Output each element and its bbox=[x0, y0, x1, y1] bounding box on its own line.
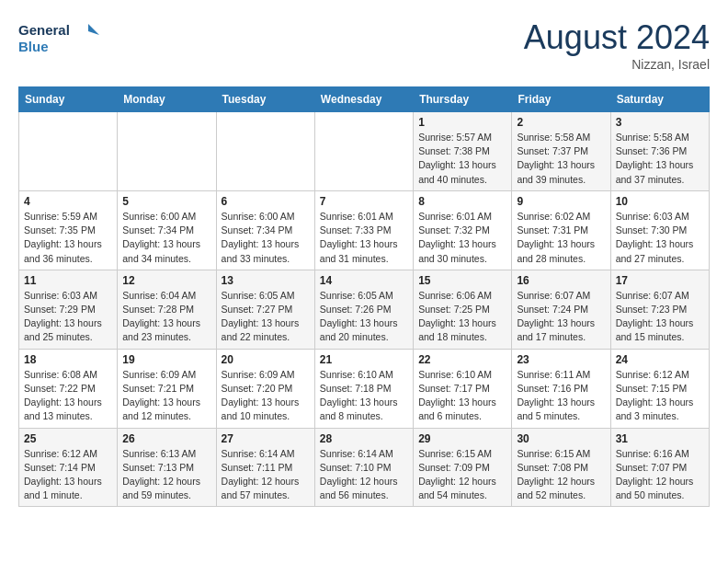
day-info: Sunrise: 6:01 AMSunset: 7:32 PMDaylight:… bbox=[418, 210, 506, 266]
day-cell-1: 1Sunrise: 5:57 AMSunset: 7:38 PMDaylight… bbox=[414, 112, 512, 191]
day-number: 11 bbox=[24, 274, 112, 287]
day-info: Sunrise: 6:05 AMSunset: 7:27 PMDaylight:… bbox=[222, 289, 310, 345]
day-cell-30: 30Sunrise: 6:15 AMSunset: 7:08 PMDayligh… bbox=[512, 428, 610, 507]
day-cell-13: 13Sunrise: 6:05 AMSunset: 7:27 PMDayligh… bbox=[216, 270, 314, 349]
day-info: Sunrise: 5:58 AMSunset: 7:37 PMDaylight:… bbox=[517, 131, 605, 187]
day-cell-28: 28Sunrise: 6:14 AMSunset: 7:10 PMDayligh… bbox=[314, 428, 413, 507]
day-cell-23: 23Sunrise: 6:11 AMSunset: 7:16 PMDayligh… bbox=[512, 349, 610, 428]
day-info: Sunrise: 6:13 AMSunset: 7:13 PMDaylight:… bbox=[122, 447, 210, 503]
day-number: 27 bbox=[222, 432, 310, 445]
day-number: 18 bbox=[24, 353, 112, 366]
week-row-1: 1Sunrise: 5:57 AMSunset: 7:38 PMDaylight… bbox=[19, 112, 710, 191]
title-block: August 2024 Nizzan, Israel bbox=[524, 18, 710, 72]
day-number: 24 bbox=[616, 353, 704, 366]
day-number: 29 bbox=[418, 432, 506, 445]
day-number: 26 bbox=[122, 432, 210, 445]
day-cell-14: 14Sunrise: 6:05 AMSunset: 7:26 PMDayligh… bbox=[314, 270, 413, 349]
day-cell-16: 16Sunrise: 6:07 AMSunset: 7:24 PMDayligh… bbox=[512, 270, 610, 349]
month-title: August 2024 bbox=[524, 18, 710, 57]
calendar-table: SundayMondayTuesdayWednesdayThursdayFrid… bbox=[18, 86, 710, 507]
day-cell-18: 18Sunrise: 6:08 AMSunset: 7:22 PMDayligh… bbox=[19, 349, 118, 428]
day-number: 15 bbox=[418, 274, 506, 287]
day-info: Sunrise: 5:58 AMSunset: 7:36 PMDaylight:… bbox=[616, 131, 704, 187]
weekday-header-sunday: Sunday bbox=[19, 87, 118, 112]
day-cell-25: 25Sunrise: 6:12 AMSunset: 7:14 PMDayligh… bbox=[19, 428, 118, 507]
svg-text:Blue: Blue bbox=[18, 39, 49, 54]
day-cell-17: 17Sunrise: 6:07 AMSunset: 7:23 PMDayligh… bbox=[610, 270, 709, 349]
weekday-header-row: SundayMondayTuesdayWednesdayThursdayFrid… bbox=[19, 87, 710, 112]
day-number: 4 bbox=[24, 195, 112, 208]
day-number: 28 bbox=[320, 432, 408, 445]
day-info: Sunrise: 6:15 AMSunset: 7:09 PMDaylight:… bbox=[418, 447, 506, 503]
empty-cell bbox=[19, 112, 118, 191]
day-cell-29: 29Sunrise: 6:15 AMSunset: 7:09 PMDayligh… bbox=[414, 428, 512, 507]
week-row-3: 11Sunrise: 6:03 AMSunset: 7:29 PMDayligh… bbox=[19, 270, 710, 349]
day-cell-22: 22Sunrise: 6:10 AMSunset: 7:17 PMDayligh… bbox=[414, 349, 512, 428]
week-row-4: 18Sunrise: 6:08 AMSunset: 7:22 PMDayligh… bbox=[19, 349, 710, 428]
day-info: Sunrise: 6:04 AMSunset: 7:28 PMDaylight:… bbox=[122, 289, 210, 345]
day-number: 8 bbox=[418, 195, 506, 208]
logo-svg: General Blue bbox=[18, 18, 101, 60]
week-row-5: 25Sunrise: 6:12 AMSunset: 7:14 PMDayligh… bbox=[19, 428, 710, 507]
day-number: 30 bbox=[517, 432, 605, 445]
day-info: Sunrise: 6:05 AMSunset: 7:26 PMDaylight:… bbox=[320, 289, 408, 345]
day-info: Sunrise: 6:10 AMSunset: 7:18 PMDaylight:… bbox=[320, 368, 408, 424]
day-info: Sunrise: 6:12 AMSunset: 7:15 PMDaylight:… bbox=[616, 368, 704, 424]
page-header: General Blue August 2024 Nizzan, Israel bbox=[18, 18, 710, 72]
day-info: Sunrise: 6:08 AMSunset: 7:22 PMDaylight:… bbox=[24, 368, 112, 424]
day-info: Sunrise: 6:14 AMSunset: 7:11 PMDaylight:… bbox=[222, 447, 310, 503]
empty-cell bbox=[118, 112, 216, 191]
svg-marker-2 bbox=[88, 24, 99, 35]
day-info: Sunrise: 6:06 AMSunset: 7:25 PMDaylight:… bbox=[418, 289, 506, 345]
day-info: Sunrise: 5:57 AMSunset: 7:38 PMDaylight:… bbox=[418, 131, 506, 187]
day-cell-4: 4Sunrise: 5:59 AMSunset: 7:35 PMDaylight… bbox=[19, 190, 118, 270]
empty-cell bbox=[314, 112, 413, 191]
day-number: 12 bbox=[122, 274, 210, 287]
day-info: Sunrise: 6:10 AMSunset: 7:17 PMDaylight:… bbox=[418, 368, 506, 424]
day-cell-27: 27Sunrise: 6:14 AMSunset: 7:11 PMDayligh… bbox=[216, 428, 314, 507]
day-info: Sunrise: 6:03 AMSunset: 7:30 PMDaylight:… bbox=[616, 210, 704, 266]
day-cell-5: 5Sunrise: 6:00 AMSunset: 7:34 PMDaylight… bbox=[118, 190, 216, 270]
empty-cell bbox=[216, 112, 314, 191]
day-number: 10 bbox=[616, 195, 704, 208]
day-cell-15: 15Sunrise: 6:06 AMSunset: 7:25 PMDayligh… bbox=[414, 270, 512, 349]
day-info: Sunrise: 6:01 AMSunset: 7:33 PMDaylight:… bbox=[320, 210, 408, 266]
day-cell-20: 20Sunrise: 6:09 AMSunset: 7:20 PMDayligh… bbox=[216, 349, 314, 428]
day-info: Sunrise: 6:09 AMSunset: 7:21 PMDaylight:… bbox=[122, 368, 210, 424]
day-cell-21: 21Sunrise: 6:10 AMSunset: 7:18 PMDayligh… bbox=[314, 349, 413, 428]
day-number: 25 bbox=[24, 432, 112, 445]
weekday-header-monday: Monday bbox=[118, 87, 216, 112]
day-info: Sunrise: 6:02 AMSunset: 7:31 PMDaylight:… bbox=[517, 210, 605, 266]
day-info: Sunrise: 6:11 AMSunset: 7:16 PMDaylight:… bbox=[517, 368, 605, 424]
day-cell-8: 8Sunrise: 6:01 AMSunset: 7:32 PMDaylight… bbox=[414, 190, 512, 270]
weekday-header-wednesday: Wednesday bbox=[314, 87, 413, 112]
day-info: Sunrise: 6:03 AMSunset: 7:29 PMDaylight:… bbox=[24, 289, 112, 345]
day-cell-11: 11Sunrise: 6:03 AMSunset: 7:29 PMDayligh… bbox=[19, 270, 118, 349]
day-number: 7 bbox=[320, 195, 408, 208]
weekday-header-friday: Friday bbox=[512, 87, 610, 112]
day-info: Sunrise: 6:09 AMSunset: 7:20 PMDaylight:… bbox=[222, 368, 310, 424]
day-cell-7: 7Sunrise: 6:01 AMSunset: 7:33 PMDaylight… bbox=[314, 190, 413, 270]
day-number: 1 bbox=[418, 116, 506, 129]
day-number: 9 bbox=[517, 195, 605, 208]
svg-text:General: General bbox=[18, 22, 70, 38]
day-info: Sunrise: 6:15 AMSunset: 7:08 PMDaylight:… bbox=[517, 447, 605, 503]
week-row-2: 4Sunrise: 5:59 AMSunset: 7:35 PMDaylight… bbox=[19, 190, 710, 270]
day-cell-6: 6Sunrise: 6:00 AMSunset: 7:34 PMDaylight… bbox=[216, 190, 314, 270]
weekday-header-saturday: Saturday bbox=[610, 87, 709, 112]
weekday-header-tuesday: Tuesday bbox=[216, 87, 314, 112]
day-number: 14 bbox=[320, 274, 408, 287]
day-info: Sunrise: 6:07 AMSunset: 7:24 PMDaylight:… bbox=[517, 289, 605, 345]
day-number: 20 bbox=[222, 353, 310, 366]
day-number: 19 bbox=[122, 353, 210, 366]
day-cell-3: 3Sunrise: 5:58 AMSunset: 7:36 PMDaylight… bbox=[610, 112, 709, 191]
day-number: 6 bbox=[222, 195, 310, 208]
day-cell-9: 9Sunrise: 6:02 AMSunset: 7:31 PMDaylight… bbox=[512, 190, 610, 270]
day-number: 23 bbox=[517, 353, 605, 366]
day-number: 13 bbox=[222, 274, 310, 287]
day-info: Sunrise: 6:00 AMSunset: 7:34 PMDaylight:… bbox=[122, 210, 210, 266]
day-number: 17 bbox=[616, 274, 704, 287]
location: Nizzan, Israel bbox=[524, 57, 710, 72]
day-cell-10: 10Sunrise: 6:03 AMSunset: 7:30 PMDayligh… bbox=[610, 190, 709, 270]
day-number: 5 bbox=[122, 195, 210, 208]
